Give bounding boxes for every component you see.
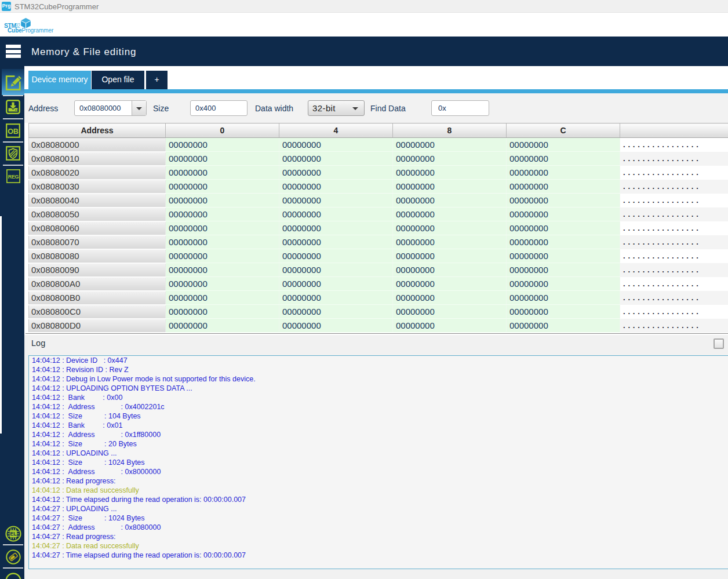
svg-text:REG: REG	[8, 174, 19, 180]
svg-text:EL: EL	[10, 531, 17, 537]
svg-text:OB: OB	[8, 127, 19, 135]
